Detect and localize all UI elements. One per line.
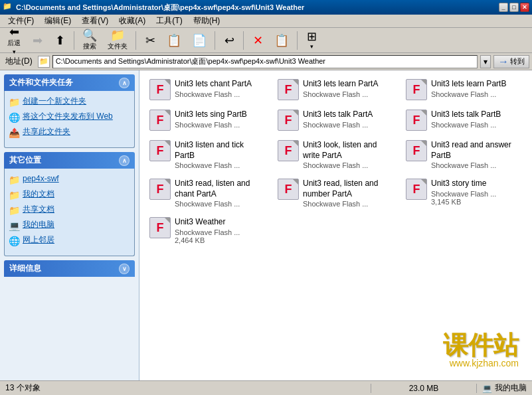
flash-icon: F	[406, 110, 427, 131]
status-bar: 13 个对象 23.0 MB 💻 我的电脑	[0, 380, 532, 395]
file-item[interactable]: FUnit3 lets talk PartBShockwave Flash ..…	[401, 106, 527, 134]
other-section-header[interactable]: 其它位置 ∧	[4, 152, 135, 169]
file-item[interactable]: FUnit3 WeatherShockwave Flash ...2,464 K…	[145, 214, 270, 248]
delete-button[interactable]: ✕	[247, 29, 268, 52]
file-info: Unit3 read, listen and chant PartAShockw…	[175, 179, 266, 208]
file-item[interactable]: FUnit3 listen and tick PartBShockwave Fl…	[145, 137, 270, 173]
file-name: Unit3 lets learn PartB	[431, 79, 522, 90]
my-computer-link[interactable]: 💻 我的电脑	[9, 220, 130, 231]
menu-help[interactable]: 帮助(H)	[188, 14, 226, 28]
address-input[interactable]	[52, 55, 478, 68]
details-collapse-button[interactable]: ∨	[119, 264, 130, 274]
file-item[interactable]: FUnit3 lets sing PartBShockwave Flash ..…	[145, 106, 270, 134]
file-type: Shockwave Flash ...	[431, 161, 522, 169]
tasks-collapse-button[interactable]: ∧	[119, 78, 130, 88]
file-item[interactable]: FUnit3 lets talk PartAShockwave Flash ..…	[273, 106, 399, 134]
file-name: Unit3 read and answer PartB	[431, 140, 522, 161]
back-icon: ⬅	[9, 26, 19, 38]
tasks-section-content: 📁 创建一个新文件夹 🌐 将这个文件夹发布到 Web 📤 共享此文件夹	[4, 91, 135, 148]
file-item[interactable]: FUnit3 story timeShockwave Flash ...3,14…	[401, 175, 527, 211]
file-name: Unit3 read, listen and chant PartA	[175, 179, 266, 199]
tasks-section-header[interactable]: 文件和文件夹任务 ∧	[4, 74, 135, 91]
file-item[interactable]: FUnit3 look, listen and write PartAShock…	[273, 137, 399, 173]
copy-button[interactable]: 📋	[162, 29, 186, 52]
create-folder-link[interactable]: 📁 创建一个新文件夹	[9, 96, 130, 108]
flash-f-letter: F	[157, 221, 164, 235]
file-item[interactable]: FUnit3 lets learn PartAShockwave Flash .…	[273, 76, 399, 104]
go-button[interactable]: → 转到	[493, 55, 529, 68]
close-button[interactable]: ✕	[520, 3, 529, 12]
file-item[interactable]: FUnit3 lets learn PartBShockwave Flash .…	[401, 76, 527, 104]
details-section-header[interactable]: 详细信息 ∨	[4, 260, 135, 277]
network-link[interactable]: 🌐 网上邻居	[9, 235, 130, 246]
views-dropdown-icon: ▾	[310, 43, 313, 50]
create-folder-text: 创建一个新文件夹	[23, 96, 86, 107]
back-button[interactable]: ⬅ 后退 ▾	[3, 29, 25, 52]
menu-edit[interactable]: 编辑(E)	[39, 14, 76, 28]
file-item[interactable]: FUnit3 read, listen and chant PartAShock…	[145, 175, 270, 211]
search-icon: 🔍	[82, 29, 97, 41]
share-folder-icon: 📤	[9, 127, 20, 138]
flash-f-letter: F	[413, 183, 420, 197]
tasks-section-title: 文件和文件夹任务	[9, 77, 73, 88]
minimize-button[interactable]: _	[499, 3, 508, 12]
search-button[interactable]: 🔍 搜索	[78, 29, 102, 52]
undo-button[interactable]: ↩	[219, 29, 240, 52]
menu-tools[interactable]: 工具(T)	[151, 14, 187, 28]
other-collapse-button[interactable]: ∧	[119, 155, 130, 166]
my-computer-icon: 💻	[9, 220, 20, 231]
properties-button[interactable]: 📋	[270, 29, 294, 52]
views-button[interactable]: ⊞ ▾	[301, 29, 322, 52]
title-bar: 📁 C:\Documents and Settings\Administrato…	[0, 0, 532, 15]
file-area[interactable]: FUnit3 lets chant PartAShockwave Flash .…	[139, 70, 532, 380]
flash-corner	[293, 179, 298, 185]
pep4x-text: pep4x-swf	[23, 174, 59, 185]
tasks-section: 文件和文件夹任务 ∧ 📁 创建一个新文件夹 🌐 将这个文件夹发布到 Web 📤 …	[4, 74, 135, 148]
publish-web-link[interactable]: 🌐 将这个文件夹发布到 Web	[9, 112, 130, 123]
flash-f-letter: F	[157, 144, 164, 158]
cut-button[interactable]: ✂	[139, 29, 161, 52]
paste-button[interactable]: 📄	[187, 29, 211, 52]
menu-file[interactable]: 文件(F)	[3, 14, 39, 28]
folders-icon: 📁	[110, 29, 125, 41]
toolbar-sep-2	[135, 31, 136, 50]
pep4x-icon: 📁	[9, 175, 20, 185]
status-size: 23.0 MB	[371, 384, 477, 393]
forward-button[interactable]: ➡	[27, 29, 48, 52]
file-info: Unit3 read and answer PartBShockwave Fla…	[431, 140, 522, 169]
file-item[interactable]: FUnit3 read and answer PartBShockwave Fl…	[401, 137, 527, 173]
up-icon: ⬆	[55, 35, 65, 46]
flash-f-letter: F	[285, 144, 292, 158]
menu-favorites[interactable]: 收藏(A)	[114, 14, 151, 28]
window-controls: _ □ ✕	[499, 3, 529, 12]
file-size: 3,145 KB	[431, 198, 522, 206]
file-type: Shockwave Flash ...	[303, 200, 394, 208]
file-type: Shockwave Flash ...	[175, 90, 266, 98]
up-button[interactable]: ⬆	[49, 29, 70, 52]
file-type: Shockwave Flash ...	[303, 90, 394, 98]
menu-view[interactable]: 查看(V)	[76, 14, 114, 28]
shared-docs-link[interactable]: 📁 共享文档	[9, 204, 130, 216]
address-dropdown-button[interactable]: ▾	[480, 55, 491, 68]
cut-icon: ✂	[145, 35, 155, 46]
file-info: Unit3 listen and tick PartBShockwave Fla…	[175, 140, 266, 169]
main-container: 文件和文件夹任务 ∧ 📁 创建一个新文件夹 🌐 将这个文件夹发布到 Web 📤 …	[0, 70, 532, 380]
file-item[interactable]: FUnit3 read, listen and number PartAShoc…	[273, 175, 399, 211]
toolbar-sep-1	[74, 31, 74, 50]
other-section-title: 其它位置	[9, 155, 41, 166]
share-folder-link[interactable]: 📤 共享此文件夹	[9, 127, 130, 138]
my-docs-link[interactable]: 📁 我的文档	[9, 189, 130, 200]
file-name: Unit3 listen and tick PartB	[175, 140, 266, 161]
pep4x-link[interactable]: 📁 pep4x-swf	[9, 174, 130, 185]
views-icon: ⊞	[307, 31, 317, 42]
folders-button[interactable]: 📁 文件夹	[103, 29, 132, 52]
maximize-button[interactable]: □	[509, 3, 519, 12]
file-name: Unit3 lets sing PartB	[175, 110, 266, 120]
forward-icon: ➡	[33, 35, 43, 46]
flash-icon: F	[406, 79, 427, 100]
file-item[interactable]: FUnit3 lets chant PartAShockwave Flash .…	[145, 76, 270, 104]
file-name: Unit3 lets chant PartA	[175, 79, 266, 90]
file-type: Shockwave Flash ...	[431, 121, 522, 129]
flash-icon: F	[149, 140, 171, 161]
flash-corner	[421, 80, 426, 85]
